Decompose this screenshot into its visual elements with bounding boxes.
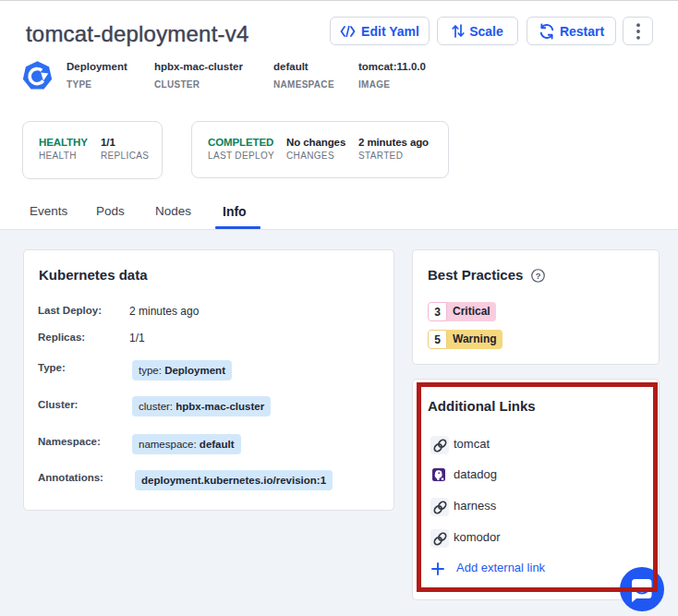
svg-text:?: ?: [536, 272, 541, 281]
